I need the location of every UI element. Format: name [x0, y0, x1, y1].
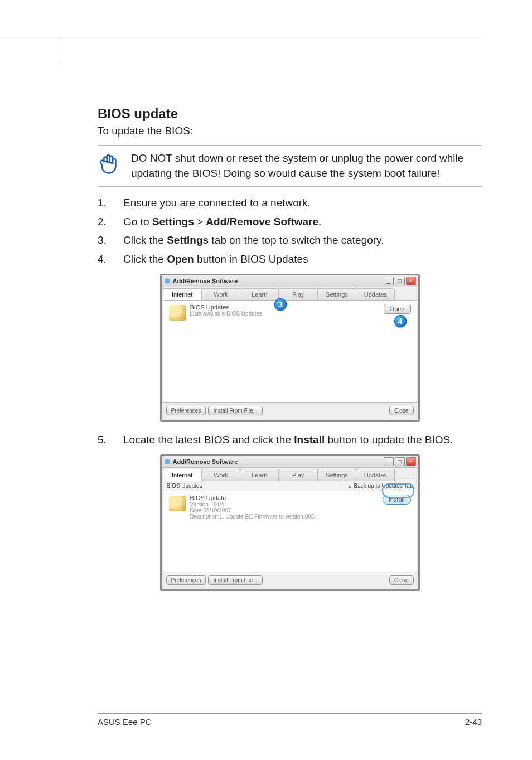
- svg-point-0: [165, 278, 170, 284]
- install-from-file-button[interactable]: Install From File...: [208, 575, 262, 585]
- item-version: Version :0204: [190, 501, 316, 507]
- list-item: BIOS Updates Lists available BIOS Update…: [169, 304, 411, 321]
- footer-right: 2-43: [465, 717, 482, 727]
- step-num-4: 4.: [98, 251, 110, 267]
- item-title: BIOS Update: [190, 495, 316, 501]
- step-num-5: 5.: [98, 432, 110, 448]
- step-num-1: 1.: [98, 195, 110, 211]
- preferences-button[interactable]: Preferences: [166, 575, 206, 585]
- tab-internet[interactable]: Internet: [163, 288, 202, 300]
- step-text-5: Locate the latest BIOS and click the Ins…: [123, 432, 482, 448]
- section-title: BIOS update: [98, 106, 482, 122]
- sub-bar: BIOS Updates Back up to Updates Tab: [163, 481, 417, 491]
- app-icon: [164, 278, 171, 284]
- tab-internet[interactable]: Internet: [163, 469, 202, 481]
- close-panel-button[interactable]: Close: [389, 575, 414, 585]
- callout-4: 4: [394, 315, 407, 327]
- tab-settings[interactable]: Settings: [317, 469, 356, 481]
- step-text-4: Click the Open button in BIOS Updates: [123, 251, 482, 267]
- step-text-3: Click the Settings tab on the top to swi…: [123, 232, 482, 248]
- preferences-button[interactable]: Preferences: [166, 406, 206, 415]
- back-to-updates-link[interactable]: Back up to Updates Tab: [347, 483, 413, 489]
- package-icon: [169, 496, 186, 511]
- warning-box: DO NOT shut down or reset the system or …: [98, 145, 482, 187]
- tab-work[interactable]: Work: [201, 288, 240, 300]
- close-panel-button[interactable]: Close: [389, 406, 414, 415]
- screenshot-2: Add/Remove Software _ □ × Internet Work …: [160, 454, 420, 591]
- tab-learn[interactable]: Learn: [240, 469, 279, 481]
- screenshot-1: Add/Remove Software _ □ × Internet Work …: [160, 274, 420, 422]
- subbar-left: BIOS Updates: [167, 483, 202, 489]
- window-titlebar: Add/Remove Software _ □ ×: [162, 456, 418, 468]
- tab-play[interactable]: Play: [278, 469, 317, 481]
- install-button[interactable]: Install: [383, 495, 411, 505]
- tab-work[interactable]: Work: [201, 469, 240, 481]
- window-title: Add/Remove Software: [173, 278, 384, 284]
- tab-settings[interactable]: Settings: [317, 288, 356, 300]
- tab-updates[interactable]: Updates: [356, 288, 395, 300]
- step-num-3: 3.: [98, 232, 110, 248]
- open-button[interactable]: Open: [384, 304, 411, 314]
- maximize-button[interactable]: □: [395, 277, 405, 285]
- tab-row: Internet Work Learn Play Settings Update…: [162, 468, 418, 481]
- window-titlebar: Add/Remove Software _ □ ×: [162, 275, 418, 287]
- hand-stop-icon: [98, 151, 121, 175]
- item-title: BIOS Updates: [190, 304, 263, 311]
- step-text-2: Go to Settings > Add/Remove Software.: [123, 214, 482, 230]
- tab-play[interactable]: Play: [278, 288, 317, 300]
- warning-text: DO NOT shut down or reset the system or …: [131, 151, 482, 181]
- list-item: BIOS Update Version :0204 Date:05/10/200…: [169, 495, 411, 520]
- svg-point-1: [165, 459, 170, 464]
- minimize-button[interactable]: _: [384, 457, 394, 466]
- item-desc: Lists available BIOS Updates: [190, 311, 263, 317]
- bottom-bar: Preferences Install From File... Close: [163, 403, 417, 419]
- package-icon: [169, 305, 186, 321]
- window-title: Add/Remove Software: [173, 458, 384, 465]
- tab-learn[interactable]: Learn: [240, 288, 279, 300]
- footer-left: ASUS Eee PC: [98, 717, 152, 727]
- bottom-bar: Preferences Install From File... Close: [163, 572, 417, 588]
- app-icon: [164, 458, 171, 465]
- minimize-button[interactable]: _: [384, 277, 394, 285]
- item-desc: Description:1. Update EC Firmware to ver…: [190, 514, 316, 520]
- step-text-1: Ensure you are connected to a network.: [123, 195, 482, 211]
- tab-updates[interactable]: Updates: [356, 469, 395, 481]
- close-button[interactable]: ×: [406, 277, 416, 285]
- tab-row: Internet Work Learn Play Settings Update…: [162, 287, 418, 300]
- content-panel: BIOS Updates Back up to Updates Tab BIOS…: [163, 481, 417, 572]
- maximize-button[interactable]: □: [395, 457, 405, 466]
- content-panel: BIOS Updates Lists available BIOS Update…: [163, 300, 417, 403]
- step-num-2: 2.: [98, 214, 110, 230]
- install-from-file-button[interactable]: Install From File...: [208, 406, 262, 415]
- close-button[interactable]: ×: [406, 457, 416, 466]
- item-date: Date:05/10/2007: [190, 507, 316, 514]
- intro-text: To update the BIOS:: [98, 125, 482, 137]
